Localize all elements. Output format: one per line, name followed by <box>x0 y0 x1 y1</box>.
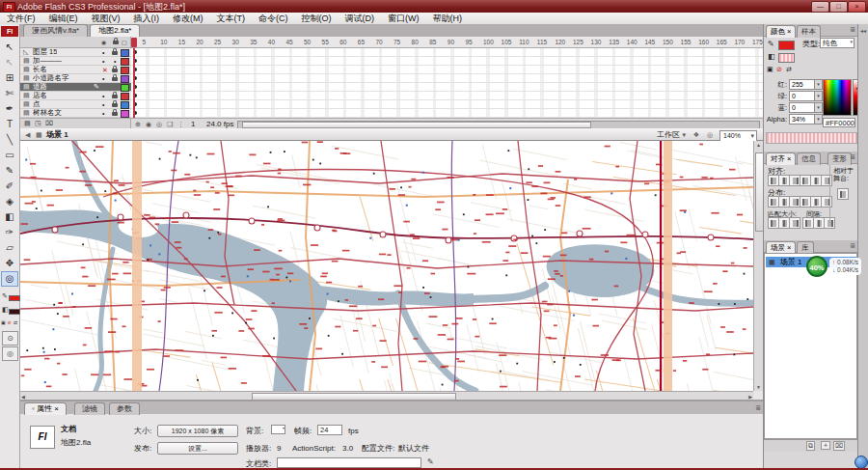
layer-row-5[interactable]: ▤店名• <box>20 92 131 100</box>
add-scene-icon[interactable]: + <box>821 441 830 450</box>
stroke-color-swatch[interactable] <box>778 41 795 50</box>
layer-name[interactable]: 图层 15 <box>33 48 57 56</box>
layer-outline-color[interactable] <box>121 58 129 66</box>
tool-hand-icon[interactable]: ✥ <box>1 256 18 271</box>
eye-icon[interactable]: ◉ <box>101 39 106 45</box>
fill-color-bar[interactable] <box>9 309 20 315</box>
color-tab-1[interactable]: 样本 <box>797 25 821 38</box>
layer-row-6[interactable]: ▤点• <box>20 100 131 109</box>
layer-row-0[interactable]: ◺图层 15• <box>20 48 131 57</box>
menu-item-2[interactable]: 视图(V) <box>85 14 127 24</box>
color-type-dropdown[interactable]: 纯色▾ <box>820 38 854 48</box>
align-tab-1[interactable]: 信息 <box>797 152 821 165</box>
color-row-value[interactable]: 0 <box>789 91 816 101</box>
menu-item-6[interactable]: 命令(C) <box>252 14 295 24</box>
stroke-pencil-icon[interactable]: ✎ <box>768 40 774 48</box>
tool-subselection-icon[interactable]: ↖ <box>1 55 18 70</box>
close-button[interactable]: × <box>848 1 866 13</box>
layer-hidden-x-icon[interactable]: ✕ <box>102 67 108 73</box>
layer-name[interactable]: 点 <box>33 100 41 108</box>
tool-eraser-icon[interactable]: ▱ <box>1 240 18 256</box>
menu-item-4[interactable]: 修改(M) <box>166 14 210 24</box>
title-bar[interactable]: Fl Adobe Flash CS3 Professional - [地图2.f… <box>0 0 868 13</box>
workspace-arrow-icon[interactable]: ▾ <box>682 131 686 139</box>
lock-icon[interactable] <box>113 41 119 44</box>
duplicate-scene-icon[interactable]: ⧉ <box>806 441 815 451</box>
layer-row-4[interactable]: ▤道路✎ <box>20 83 131 92</box>
tool-free-transform-icon[interactable]: ⊞ <box>1 70 18 86</box>
tool-pen-icon[interactable]: ✒ <box>1 101 18 117</box>
layer-visible-dot[interactable]: • <box>102 49 104 56</box>
tool-selection-icon[interactable]: ↖ <box>1 40 18 55</box>
tool-lasso-icon[interactable]: ✄ <box>1 86 18 101</box>
align-tab-0[interactable]: 对齐 × <box>766 152 796 165</box>
tool-option-mode-icon[interactable]: ◎ <box>2 346 18 361</box>
align-button[interactable] <box>821 196 832 207</box>
align-button[interactable] <box>789 217 800 229</box>
layer-lock-icon[interactable] <box>112 103 118 107</box>
layer-outline-color[interactable] <box>121 67 129 74</box>
fps-input[interactable]: 24 <box>317 425 342 435</box>
doc-tab-1[interactable]: 地图2.fla* <box>90 24 140 37</box>
scene-name[interactable]: 场景 1 <box>46 130 68 140</box>
menu-item-1[interactable]: 编辑(E) <box>42 14 85 24</box>
scroll-down-icon[interactable]: ▼ <box>756 383 761 391</box>
doc-tab-0[interactable]: 漫画风情v.fla* <box>23 24 88 37</box>
modify-onion-markers-icon[interactable]: ⋮ <box>177 120 184 128</box>
swap-colors-icon[interactable]: ⇄ <box>786 66 792 73</box>
timeline-scroll-thumb[interactable] <box>242 122 591 128</box>
layer-lock-icon[interactable] <box>112 51 118 55</box>
align-panel-menu-icon[interactable]: ≣ <box>850 153 855 161</box>
properties-tab-2[interactable]: 参数 <box>109 402 140 415</box>
background-swatch[interactable]: ▾ <box>271 425 285 434</box>
layer-outline-color[interactable] <box>121 110 129 118</box>
layer-visible-dot[interactable]: • <box>102 58 104 65</box>
default-colors-icon[interactable]: ▣ <box>767 66 773 73</box>
properties-tab-1[interactable]: 滤镜 <box>74 402 105 415</box>
maximize-button[interactable]: □ <box>829 1 848 13</box>
document-class-input[interactable] <box>277 457 421 468</box>
back-icon[interactable]: ◀ <box>25 131 30 139</box>
vertical-scrollbar[interactable]: ▲ ▼ <box>753 141 763 391</box>
layer-visible-dot[interactable]: • <box>102 75 104 82</box>
layer-lock-icon[interactable] <box>112 95 118 98</box>
tool-stroke-color-swatch[interactable]: ✎ <box>2 292 8 300</box>
menu-item-8[interactable]: 调试(D) <box>339 14 382 24</box>
zoom-level-select[interactable]: 140%▾ <box>719 130 757 142</box>
color-row-stepper-icon[interactable]: ▾ <box>814 79 823 90</box>
layer-name[interactable]: 树林名文 <box>33 109 62 117</box>
fill-bucket-icon[interactable]: ◧ <box>768 52 775 61</box>
menu-item-0[interactable]: 文件(F) <box>0 14 42 24</box>
tool-paint-bucket-icon[interactable]: ◧ <box>1 209 18 225</box>
scroll-up-icon[interactable]: ▲ <box>756 141 761 149</box>
publish-settings-button[interactable]: 设置... <box>157 442 238 455</box>
menu-item-3[interactable]: 插入(I) <box>127 14 167 24</box>
layer-name[interactable]: 长名 <box>33 66 47 73</box>
tool-zoom-icon[interactable]: ◎ <box>1 271 18 287</box>
edit-scene-icon[interactable]: ❖ <box>693 131 699 139</box>
menu-item-9[interactable]: 窗口(W) <box>381 14 426 24</box>
tool-option-snap-icon[interactable]: ⊙ <box>2 331 18 346</box>
frames-grid[interactable] <box>131 48 763 118</box>
layer-outline-color[interactable] <box>121 49 129 57</box>
tool-rectangle-icon[interactable]: ▭ <box>1 148 18 163</box>
swap-colors-mini-icon[interactable]: ⇄ <box>14 319 17 325</box>
tools-panel-header[interactable]: Fl <box>1 26 18 37</box>
layer-outline-color[interactable] <box>121 101 129 109</box>
network-monitor-overlay[interactable]: 40% ↑ 0.08K/s ↓ 0.04K/s <box>806 254 866 283</box>
layer-unlocked-dot[interactable]: • <box>114 58 116 65</box>
layer-name[interactable]: 小道路名字 <box>33 74 69 82</box>
layer-name[interactable]: 道路 <box>33 83 47 91</box>
menu-item-10[interactable]: 帮助(H) <box>426 14 470 24</box>
properties-tab-0[interactable]: ◦ 属性 × <box>24 402 67 415</box>
color-row-value[interactable]: 34% <box>789 114 816 124</box>
layer-lock-icon[interactable] <box>112 69 118 72</box>
center-frame-icon[interactable]: ⊕ <box>135 120 141 128</box>
layer-visible-dot[interactable]: • <box>102 110 104 117</box>
onion-skin-outlines-icon[interactable]: ◎ <box>156 120 162 128</box>
new-folder-button[interactable]: ◳ <box>35 120 41 127</box>
layer-outline-color[interactable] <box>121 93 129 100</box>
tool-fill-color-swatch[interactable]: ◧ <box>2 306 9 314</box>
workspace-dropdown[interactable]: 工作区 <box>657 130 680 140</box>
menu-item-5[interactable]: 文本(T) <box>210 14 253 24</box>
